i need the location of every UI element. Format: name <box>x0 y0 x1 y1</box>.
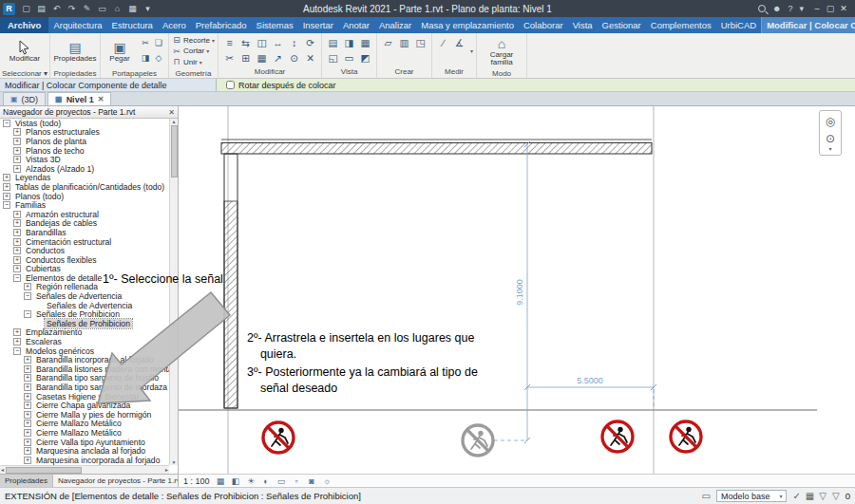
clipboard-tool-2[interactable]: ❏ <box>152 35 165 50</box>
ribbon-tab-urbicad[interactable]: UrbiCAD <box>716 17 761 33</box>
modify-tool-10[interactable]: ↗ <box>270 50 286 65</box>
vista-tool-2[interactable]: ◨ <box>341 35 357 50</box>
tree-expand-plus-icon[interactable]: + <box>13 219 21 227</box>
scroll-left-icon[interactable]: ◄ <box>0 467 5 473</box>
ribbon-tab-insertar[interactable]: Insertar <box>298 17 338 33</box>
modify-tool-5[interactable]: ↕ <box>286 35 302 50</box>
tree-expand-plus-icon[interactable]: + <box>24 429 31 437</box>
tree-expand-plus-icon[interactable]: + <box>24 411 31 419</box>
ribbon-tab-gestionar[interactable]: Gestionar <box>598 17 646 33</box>
tree-item-leyendas[interactable]: +Leyendas <box>0 174 169 183</box>
tree-item-se-ales-de-prohibicion[interactable]: Señales de Prohibicion <box>0 319 169 328</box>
vista-tool-6[interactable]: ◩ <box>357 50 373 65</box>
ribbon-tab-complementos[interactable]: Complementos <box>646 17 716 33</box>
scroll-up-icon[interactable]: ▲ <box>172 119 177 124</box>
zoom-dropdown-icon[interactable]: ▾ <box>828 147 831 153</box>
worksets-icon[interactable]: ▭ <box>701 491 710 501</box>
panel-label-crear[interactable]: Crear <box>377 67 431 78</box>
clipboard-tool-1[interactable]: ✂ <box>139 35 152 50</box>
viewbar-tool-2[interactable]: ◧ <box>230 476 242 487</box>
view-scale[interactable]: 1 : 100 <box>183 476 210 486</box>
ribbon-tab-colaborar[interactable]: Colaborar <box>519 17 568 33</box>
modify-tool-3[interactable]: ◫ <box>254 35 270 50</box>
tree-item-cimentaci-n-estructural[interactable]: +Cimentación estructural <box>0 237 169 247</box>
viewbar-tool-3[interactable]: ☀ <box>245 476 257 487</box>
help-icon[interactable]: ? <box>788 4 792 13</box>
tree-expand-minus-icon[interactable]: − <box>13 274 21 282</box>
tree-expand-plus-icon[interactable]: + <box>24 365 31 373</box>
ribbon-tab-contextual[interactable]: Modificar | Colocar Componente de detall… <box>761 17 855 33</box>
design-option-select[interactable]: Modelo base ▾ <box>716 490 788 502</box>
panel-label-modo[interactable]: Modo <box>477 69 526 79</box>
geometry-recorte[interactable]: ⊟Recorte▾ <box>172 35 215 46</box>
tree-item-cubiertas[interactable]: +Cubiertas <box>0 265 169 274</box>
prohibition-sign-3-red[interactable] <box>602 421 633 452</box>
tree-expand-minus-icon[interactable]: − <box>24 310 31 318</box>
close-icon[interactable]: ✕ <box>98 95 104 103</box>
tree-expand-plus-icon[interactable]: + <box>13 211 21 218</box>
maximize-button[interactable]: ▢ <box>824 4 837 13</box>
status-icon-1[interactable]: ✓ <box>792 491 800 501</box>
tree-expand-plus-icon[interactable]: + <box>24 393 31 401</box>
tree-item-bandejas-de-cables[interactable]: +Bandejas de cables <box>0 219 169 229</box>
qat-icon-7[interactable]: ⌂ <box>110 2 124 15</box>
tree-item-tablas-de-planificaci-n-cantidades-todo[interactable]: +Tablas de planificación/Cantidades (tod… <box>0 182 169 192</box>
tree-expand-plus-icon[interactable]: + <box>24 457 31 464</box>
tree-expand-plus-icon[interactable]: + <box>24 420 31 427</box>
tree-item-modelos-gen-ricos[interactable]: −Modelos genéricos <box>0 346 169 356</box>
crear-tool-1[interactable]: ▱ <box>380 35 396 50</box>
tree-item-planos-todo[interactable]: +Planos (todo) <box>0 192 169 201</box>
tree-item-familias[interactable]: −Familias <box>0 200 169 210</box>
close-icon[interactable]: ✕ <box>168 108 175 117</box>
tree-item-barandilla-incorporada-al-forjado[interactable]: +Barandilla incorporada al forjado <box>0 355 169 364</box>
tree-item-barandilla-tipo-sargento-de-mordaza[interactable]: +Barandilla tipo sargento de mordaza <box>0 383 169 392</box>
tree-item-cierre-mallazo-met-lico[interactable]: +Cierre Mallazo Metálico <box>0 428 169 438</box>
tree-expand-minus-icon[interactable]: − <box>3 120 10 127</box>
qat-icon-3[interactable]: ↶ <box>49 2 64 15</box>
modify-tool-2[interactable]: ⇆ <box>238 35 254 50</box>
drawing-canvas[interactable]: 9.1000 5.5000 <box>179 106 855 474</box>
tree-expand-plus-icon[interactable]: + <box>13 247 21 254</box>
ribbon-tab-prefabricado[interactable]: Prefabricado <box>191 17 252 33</box>
view-tab-nivel-1[interactable]: ▦Nivel 1✕ <box>48 92 111 105</box>
scroll-down-icon[interactable]: ▼ <box>172 459 177 465</box>
tree-expand-plus-icon[interactable]: + <box>24 401 31 409</box>
tree-item-cierre-valla-tipo-ayuntamiento[interactable]: +Cierre Valla tipo Ayuntamiento <box>0 438 169 447</box>
panel-label-modificar[interactable]: Modificar <box>218 67 321 78</box>
close-button[interactable]: ✕ <box>837 4 850 13</box>
tree-expand-plus-icon[interactable]: + <box>13 165 21 173</box>
view-tab-3d[interactable]: ▣(3D) <box>3 92 46 105</box>
tree-item-se-ales-de-advertencia[interactable]: Señales de Advertencia <box>0 301 169 310</box>
vista-tool-1[interactable]: ▤ <box>325 35 341 50</box>
vista-tool-5[interactable]: ▭ <box>341 50 357 65</box>
panel-label-portapapeles[interactable]: Portapapeles <box>101 69 168 79</box>
tree-item-marquesina-incorporada-al-forjado[interactable]: +Marquesina incorporada al forjado <box>0 456 169 465</box>
qat-icon-4[interactable]: ↷ <box>65 2 79 15</box>
panel-label-medir[interactable]: Medir <box>432 67 476 78</box>
tree-expand-plus-icon[interactable]: + <box>24 283 31 290</box>
ribbon-tab-vista[interactable]: Vista <box>568 17 598 33</box>
wall-top[interactable] <box>221 140 652 154</box>
qat-icon-5[interactable]: ✎ <box>80 2 94 15</box>
qat-icon-6[interactable]: ▭ <box>95 2 109 15</box>
tree-item-regi-n-rellenada[interactable]: +Región rellenada <box>0 283 169 292</box>
tree-expand-plus-icon[interactable]: + <box>13 229 21 236</box>
search-icon[interactable] <box>758 5 766 12</box>
prohibition-sign-4-red[interactable] <box>671 421 701 452</box>
panel-label-seleccionar[interactable]: Seleccionar ▾ <box>0 69 49 79</box>
viewbar-tool-4[interactable]: ◐ <box>260 476 273 487</box>
tree-item-casetas-higiene-y-bienestar[interactable]: +Casetas Higiene y Bienestar <box>0 392 169 401</box>
ribbon-tab-arquitectura[interactable]: Arquitectura <box>48 17 106 33</box>
prohibition-sign-1-red[interactable] <box>263 422 294 453</box>
tree-item-marquesina-anclada-al-forjado[interactable]: +Marquesina anclada al forjado <box>0 446 169 456</box>
tree-item-planos-de-techo[interactable]: +Planos de techo <box>0 146 169 156</box>
tree-expand-plus-icon[interactable]: + <box>24 374 31 382</box>
crear-tool-2[interactable]: ▥ <box>396 35 412 50</box>
geometry-unir[interactable]: ⊓Unir▾ <box>172 57 202 67</box>
tree-item-emplazamiento[interactable]: +Emplazamiento <box>0 328 169 338</box>
tree-item-elementos-de-detalle[interactable]: −Elementos de detalle <box>0 273 169 283</box>
vista-tool-4[interactable]: ◱ <box>325 50 341 65</box>
load-family-button[interactable]: ⌂ Cargar familia <box>480 35 523 67</box>
paste-button[interactable]: ▣ Pegar <box>104 35 136 67</box>
tree-expand-plus-icon[interactable]: + <box>13 147 21 155</box>
